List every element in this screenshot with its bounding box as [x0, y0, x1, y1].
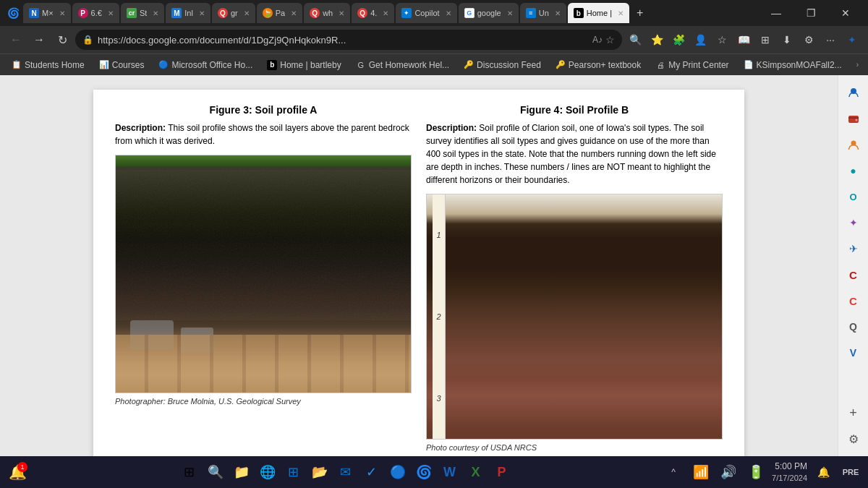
- sidebar-collections-icon[interactable]: [842, 81, 865, 104]
- sidebar-copilot-icon[interactable]: ✦: [842, 211, 865, 234]
- tab-home[interactable]: b Home | ✕: [568, 3, 629, 23]
- more-tools-button[interactable]: ···: [820, 30, 841, 50]
- battery-icon: 🔋: [748, 464, 764, 480]
- sidebar-service-v-icon[interactable]: V: [842, 341, 865, 364]
- browser-icon: 🌀: [6, 6, 20, 20]
- taskbar-files-button[interactable]: 📂: [308, 461, 331, 484]
- document-area[interactable]: Figure 3: Soil profile A Description: Th…: [0, 75, 838, 456]
- notification-icon[interactable]: 🔔: [6, 461, 29, 484]
- tab-google-close[interactable]: ✕: [507, 9, 513, 17]
- sidebar-games-icon[interactable]: ●: [842, 159, 865, 182]
- tab-pa-close[interactable]: ✕: [291, 9, 297, 17]
- tab-q3-close[interactable]: ✕: [383, 9, 388, 17]
- taskbar-battery-icon[interactable]: 🔋: [744, 461, 767, 484]
- sidebar-send-icon[interactable]: ✈: [842, 237, 865, 260]
- sidebar-plus-button[interactable]: +: [842, 401, 865, 424]
- profile-button[interactable]: 👤: [690, 30, 710, 50]
- split-view-button[interactable]: ⊞: [755, 30, 775, 50]
- system-clock[interactable]: 5:00 PM 7/17/2024: [772, 461, 807, 484]
- favorites-star-icon[interactable]: ☆: [605, 34, 615, 46]
- taskbar-edge2-button[interactable]: 🌀: [412, 461, 435, 484]
- search-sidebar-button[interactable]: 🔍: [625, 30, 645, 50]
- favorites-button[interactable]: ☆: [712, 30, 732, 50]
- sidebar-service-c2-icon[interactable]: C: [842, 289, 865, 312]
- sidebar-outlook-icon[interactable]: O: [842, 185, 865, 208]
- taskbar-files-icon: 📂: [312, 464, 328, 480]
- taskbar-mail-button[interactable]: ✉: [334, 461, 357, 484]
- bookmark-homework[interactable]: G Get Homework Hel...: [350, 58, 455, 72]
- tab-q3[interactable]: Q 4. ✕: [352, 3, 394, 23]
- tab-m-close[interactable]: ✕: [59, 9, 65, 17]
- language-icon: PRE: [843, 468, 859, 476]
- new-tab-button[interactable]: +: [631, 3, 649, 23]
- sidebar-settings-button[interactable]: ⚙: [842, 427, 865, 450]
- taskbar-tiles-button[interactable]: ⊞: [282, 461, 305, 484]
- bookmark-courses[interactable]: 📊 Courses: [93, 58, 150, 72]
- bookmark-microsoft[interactable]: 🔵 Microsoft Office Ho...: [153, 58, 258, 72]
- bookmark-pearson[interactable]: 🔑 Pearson+ textbook: [550, 58, 647, 72]
- read-aloud-icon[interactable]: A♪: [592, 35, 603, 45]
- tab-cr[interactable]: cr St ✕: [121, 3, 164, 23]
- gear-icon: ⚙: [848, 432, 859, 446]
- tab-q1-close[interactable]: ✕: [244, 9, 250, 17]
- tab-ml[interactable]: M Inl ✕: [166, 3, 210, 23]
- title-bar: 🌀 N M× ✕ P 6.€ ✕ cr St ✕ M Inl ✕ Q gr ✕: [0, 0, 868, 26]
- close-button[interactable]: ✕: [829, 1, 862, 25]
- taskbar-chevron-icon[interactable]: ^: [662, 461, 685, 484]
- minimize-button[interactable]: —: [760, 1, 793, 25]
- taskbar-explorer-button[interactable]: 📁: [230, 461, 253, 484]
- restore-button[interactable]: ❐: [794, 1, 827, 25]
- tab-google[interactable]: G google ✕: [459, 3, 519, 23]
- taskbar-wifi-icon[interactable]: 📶: [689, 461, 712, 484]
- taskbar-language-button[interactable]: PRE: [839, 461, 862, 484]
- tab-q1[interactable]: Q gr ✕: [212, 3, 255, 23]
- tab-pa[interactable]: 🍃 Pa ✕: [257, 3, 302, 23]
- bookmark-ksimpson[interactable]: 📄 KSimpsonMOAFall2...: [738, 58, 848, 72]
- tab-cr-close[interactable]: ✕: [153, 9, 158, 17]
- sidebar-profile-icon[interactable]: [842, 133, 865, 156]
- tab-q2-close[interactable]: ✕: [339, 9, 344, 17]
- download-button[interactable]: ⬇: [777, 30, 797, 50]
- tab-m[interactable]: N M× ✕: [23, 3, 71, 23]
- taskbar-edge-button[interactable]: 🌐: [256, 461, 279, 484]
- address-box[interactable]: 🔒 https://docs.google.com/document/d/1Dg…: [75, 30, 622, 50]
- tab-copilot-close[interactable]: ✕: [446, 9, 451, 17]
- tab-p-close[interactable]: ✕: [108, 9, 114, 17]
- browser-extension-button[interactable]: 🧩: [668, 30, 689, 50]
- taskbar-chrome-button[interactable]: 🔵: [386, 461, 409, 484]
- taskbar-todo-button[interactable]: ✓: [360, 461, 383, 484]
- taskbar-speaker-icon[interactable]: 🔊: [717, 461, 740, 484]
- taskbar-powerpoint-button[interactable]: P: [490, 461, 514, 484]
- bookmark-bartleby[interactable]: b Home | bartleby: [261, 58, 347, 72]
- tab-un[interactable]: ≡ Un ✕: [520, 3, 566, 23]
- tab-m-title: M×: [42, 9, 54, 17]
- tab-q2[interactable]: Q wh ✕: [304, 3, 350, 23]
- copilot-button[interactable]: ✦: [842, 30, 862, 50]
- favorites-icon: ☆: [718, 34, 727, 46]
- collections-button[interactable]: ⭐: [647, 30, 667, 50]
- forward-button[interactable]: →: [29, 30, 49, 50]
- bookmarks-more-button[interactable]: ›: [851, 59, 864, 71]
- taskbar-notification-center-button[interactable]: 🔔: [812, 461, 835, 484]
- sidebar-service-c1-icon[interactable]: C: [842, 263, 865, 286]
- back-button[interactable]: ←: [6, 30, 26, 50]
- tab-home-close[interactable]: ✕: [618, 9, 624, 17]
- reading-view-button[interactable]: 📖: [733, 30, 754, 50]
- bookmark-discussion[interactable]: 🔑 Discussion Feed: [458, 58, 547, 72]
- tab-ml-close[interactable]: ✕: [199, 9, 205, 17]
- start-button[interactable]: ⊞: [178, 461, 201, 484]
- sidebar-wallet-icon[interactable]: [842, 107, 865, 130]
- sidebar-service-q-icon[interactable]: Q: [842, 315, 865, 338]
- microsoft-favicon: 🔵: [158, 60, 169, 70]
- taskbar-word-button[interactable]: W: [438, 461, 461, 484]
- taskbar-chrome-icon: 🔵: [390, 464, 406, 480]
- settings-button[interactable]: ⚙: [799, 30, 819, 50]
- tab-un-close[interactable]: ✕: [555, 9, 561, 17]
- tab-copilot[interactable]: ✦ Copilot ✕: [396, 3, 456, 23]
- bookmark-print-center[interactable]: 🖨 My Print Center: [650, 58, 734, 72]
- bookmark-students-home[interactable]: 📋 Students Home: [6, 58, 90, 72]
- taskbar-search-button[interactable]: 🔍: [204, 461, 227, 484]
- refresh-button[interactable]: ↻: [52, 30, 72, 50]
- taskbar-excel-button[interactable]: X: [464, 461, 488, 484]
- tab-p[interactable]: P 6.€ ✕: [72, 3, 119, 23]
